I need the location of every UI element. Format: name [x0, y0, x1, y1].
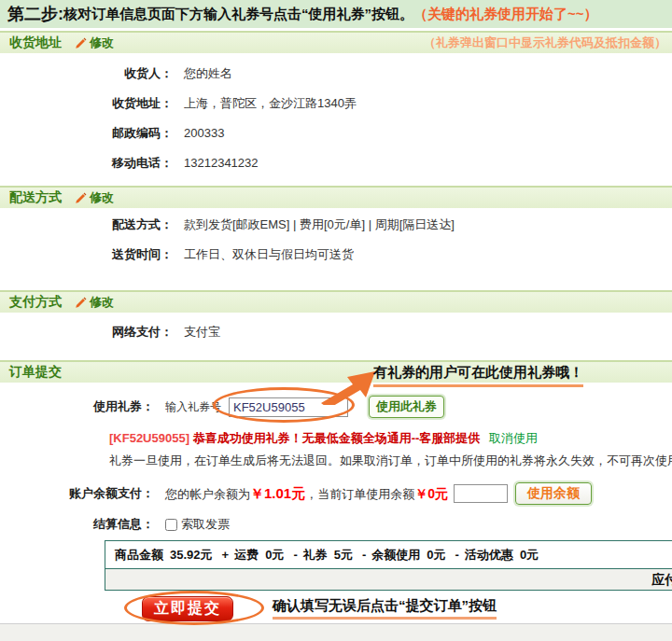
address-value: 上海，普陀区，金沙江路1340弄 — [184, 95, 357, 112]
payment-section-header: 支付方式 修改 — [0, 290, 672, 313]
voucher-policy-text: 礼券一旦使用，在订单生成后将无法退回。如果取消订单，订单中所使用的礼券将永久失效… — [109, 453, 672, 467]
summary-promo-label: 活动优惠 — [465, 547, 513, 564]
voucher-success-text: 恭喜成功使用礼券！无最低金额全场通用--客服部提供 — [193, 431, 481, 445]
shipping-section-title: 配送方式 — [9, 189, 62, 206]
shipping-edit-link[interactable]: 修改 — [75, 189, 114, 206]
mobile-value: 13212341232 — [184, 155, 259, 172]
summary-voucher-label: 礼券 — [303, 547, 328, 564]
payment-info: 网络支付： 支付宝 — [0, 313, 672, 360]
info-row-ship-time: 送货时间： 工作日、双休日与假日均可送货 — [0, 246, 672, 263]
shipping-info: 配送方式： 款到发货[邮政EMS] | 费用[0元/单] | 周期[隔日送达] … — [0, 208, 672, 290]
submit-order-button[interactable]: 立即提交 — [142, 596, 233, 621]
address-section-title: 收货地址 — [9, 35, 62, 51]
address-label: 收货地址： — [0, 95, 173, 112]
settlement-info-label: 结算信息： — [0, 516, 154, 533]
submit-tip-annotation: 确认填写无误后点击“提交订单”按钮 — [273, 597, 497, 620]
info-row-mobile: 移动电话： 13212341232 — [0, 155, 672, 172]
payment-section-title: 支付方式 — [9, 294, 62, 311]
ship-time-value: 工作日、双休日与假日均可送货 — [184, 246, 354, 263]
online-payment-value: 支付宝 — [184, 324, 220, 341]
order-summary-box: 商品金额 35.92元 + 运费 0元 - 礼券 5元 - 余额使用 0元 - … — [105, 540, 672, 591]
step-description: 核对订单信息页面下方输入礼券号点击“使用礼券”按钮。 — [63, 6, 413, 23]
step-note: （关键的礼券使用开始了~~） — [413, 6, 598, 23]
summary-balance-value: 0元 — [427, 547, 445, 564]
balance-text-mid: ，当前订单使用余额 — [305, 487, 414, 501]
address-edit-link[interactable]: 修改 — [75, 35, 114, 51]
summary-shipping-value: 0元 — [265, 547, 284, 564]
annotation-arrow-icon — [319, 369, 377, 405]
edit-pencil-icon — [75, 192, 87, 204]
ship-time-label: 送货时间： — [0, 246, 173, 263]
balance-amount-input[interactable] — [454, 484, 508, 503]
submit-row: 立即提交 确认填写无误后点击“提交订单”按钮 — [142, 595, 672, 621]
page-footer — [0, 623, 672, 641]
mobile-label: 移动电话： — [0, 155, 173, 172]
order-summary-line: 商品金额 35.92元 + 运费 0元 - 礼券 5元 - 余额使用 0元 - … — [105, 541, 672, 568]
info-row-receiver: 收货人： 您的姓名 — [0, 65, 672, 82]
receiver-value: 您的姓名 — [184, 65, 232, 82]
voucher-policy-note: 礼券一旦使用，在订单生成后将无法退回。如果取消订单，订单中所使用的礼券将永久失效… — [109, 453, 672, 467]
shipping-section-header: 配送方式 修改 — [0, 186, 672, 208]
info-row-online-payment: 网络支付： 支付宝 — [0, 324, 672, 341]
use-voucher-label: 使用礼券： — [0, 398, 154, 415]
summary-goods-label: 商品金额 — [115, 547, 163, 564]
voucher-number-label: 输入礼券号 — [165, 399, 221, 415]
balance-text: 您的帐户余额为￥1.01元，当前订单使用余额￥0元 — [165, 485, 448, 503]
receiver-label: 收货人： — [0, 65, 173, 82]
use-balance-button[interactable]: 使用余额 — [515, 482, 592, 505]
shipping-edit-label: 修改 — [90, 189, 114, 206]
order-section-title: 订单提交 — [9, 364, 62, 381]
coupon-row: 使用礼券： 输入礼券号 使用此礼券 — [0, 395, 672, 419]
zipcode-label: 邮政编码： — [0, 125, 173, 142]
summary-goods-value: 35.92元 — [170, 547, 213, 564]
summary-op: - — [293, 548, 297, 562]
ship-method-label: 配送方式： — [0, 216, 173, 233]
step-number: 第二步: — [7, 3, 63, 25]
voucher-tip-annotation: 有礼券的用户可在此使用礼券哦！ — [373, 364, 583, 387]
summary-promo-value: 0元 — [520, 547, 539, 564]
balance-used-amount: ￥0元 — [414, 486, 448, 501]
summary-op: - — [455, 548, 459, 562]
balance-payment-label: 账户余额支付： — [0, 485, 154, 502]
address-info: 收货人： 您的姓名 收货地址： 上海，普陀区，金沙江路1340弄 邮政编码： 2… — [0, 53, 672, 186]
use-this-voucher-button[interactable]: 使用此礼券 — [369, 396, 444, 418]
address-section-header: 收货地址 修改 （礼券弹出窗口中显示礼券代码及抵扣金额） — [0, 31, 672, 53]
info-row-zipcode: 邮政编码： 200333 — [0, 125, 672, 142]
edit-pencil-icon — [75, 37, 87, 49]
order-summary-payable-row: 应付 — [105, 568, 672, 590]
balance-text-before: 您的帐户余额为 — [165, 487, 250, 501]
online-payment-label: 网络支付： — [0, 324, 173, 341]
voucher-code-text: [KF52U59055] — [109, 431, 189, 445]
voucher-popup-note: （礼券弹出窗口中显示礼券代码及抵扣金额） — [424, 35, 666, 51]
zipcode-value: 200333 — [184, 125, 224, 142]
balance-amount: ￥1.01元 — [250, 485, 305, 501]
invoice-row: 结算信息： 索取发票 — [0, 516, 672, 533]
cancel-voucher-link[interactable]: 取消使用 — [489, 431, 538, 445]
info-row-ship-method: 配送方式： 款到发货[邮政EMS] | 费用[0元/单] | 周期[隔日送达] — [0, 216, 672, 233]
address-edit-label: 修改 — [90, 35, 114, 51]
summary-op: + — [222, 548, 230, 562]
payment-edit-label: 修改 — [90, 294, 114, 311]
summary-voucher-value: 5元 — [334, 547, 353, 564]
request-invoice-label[interactable]: 索取发票 — [181, 516, 230, 533]
ship-method-value: 款到发货[邮政EMS] | 费用[0元/单] | 周期[隔日送达] — [184, 216, 455, 233]
payable-label: 应付 — [651, 572, 672, 589]
balance-payment-row: 账户余额支付： 您的帐户余额为￥1.01元，当前订单使用余额￥0元 使用余额 — [0, 481, 672, 506]
summary-balance-label: 余额使用 — [371, 547, 420, 564]
step-title-bar: 第二步: 核对订单信息页面下方输入礼券号点击“使用礼券”按钮。 （关键的礼券使用… — [0, 0, 672, 28]
summary-op: - — [362, 548, 366, 562]
request-invoice-checkbox[interactable] — [165, 519, 177, 531]
info-row-address: 收货地址： 上海，普陀区，金沙江路1340弄 — [0, 95, 672, 112]
payment-edit-link[interactable]: 修改 — [75, 294, 114, 311]
edit-pencil-icon — [75, 297, 87, 309]
summary-shipping-label: 运费 — [234, 547, 259, 564]
voucher-success-message: [KF52U59055] 恭喜成功使用礼券！无最低金额全场通用--客服部提供 取… — [109, 430, 672, 445]
